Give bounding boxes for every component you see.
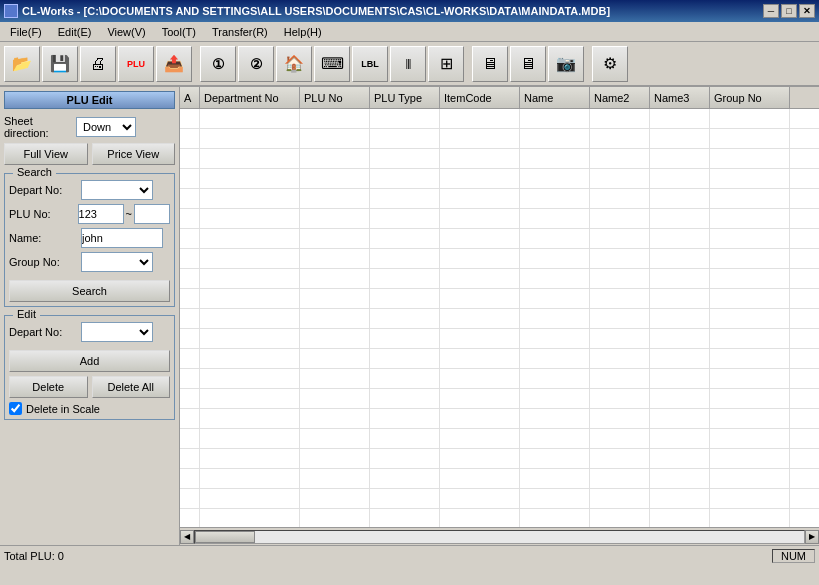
menu-edit[interactable]: Edit(E) [50,24,100,40]
cell-dept [200,489,300,508]
scroll-left-arrow[interactable]: ◀ [180,530,194,544]
table-row [180,489,819,509]
cell-name2 [590,409,650,428]
grid-button[interactable]: ⊞ [428,46,464,82]
gear-button[interactable]: ⚙ [592,46,628,82]
label-button[interactable]: LBL [352,46,388,82]
cell-a [180,389,200,408]
table-row [180,509,819,527]
close-button[interactable]: ✕ [799,4,815,18]
cell-dept [200,409,300,428]
cell-a [180,249,200,268]
house-button[interactable]: 🏠 [276,46,312,82]
cell-item [440,389,520,408]
grid-header: A Department No PLU No PLU Type ItemCode… [180,87,819,109]
cell-plu [300,189,370,208]
title-bar-controls[interactable]: ─ □ ✕ [763,4,815,18]
menu-transfer[interactable]: Transfer(R) [204,24,276,40]
cell-item [440,129,520,148]
sheet-direction-select[interactable]: Down Right [76,117,136,137]
price-view-button[interactable]: Price View [92,143,176,165]
add-button[interactable]: Add [9,350,170,372]
cell-name3 [650,389,710,408]
cell-plu [300,229,370,248]
cell-dept [200,269,300,288]
group-no-select[interactable] [81,252,153,272]
full-view-button[interactable]: Full View [4,143,88,165]
h-scroll-track[interactable] [194,530,805,544]
cell-plutype [370,269,440,288]
scroll-right-arrow[interactable]: ▶ [805,530,819,544]
menu-tool[interactable]: Tool(T) [154,24,204,40]
cell-name3 [650,269,710,288]
plu-button[interactable]: PLU [118,46,154,82]
cell-group [710,229,790,248]
search-button[interactable]: Search [9,280,170,302]
cell-a [180,229,200,248]
menu-file[interactable]: File(F) [2,24,50,40]
delete-in-scale-checkbox[interactable] [9,402,22,415]
plu-no-to-input[interactable] [134,204,170,224]
barcode-button[interactable]: ||| [390,46,426,82]
delete-button[interactable]: Delete [9,376,88,398]
scroll-bar-row: ◀ ▶ [180,527,819,545]
delete-in-scale-row: Delete in Scale [9,402,170,415]
two-button[interactable]: ② [238,46,274,82]
toolbar-sep-1 [194,46,198,82]
print-button[interactable]: 🖨 [80,46,116,82]
cell-group [710,169,790,188]
cell-name3 [650,149,710,168]
cell-dept [200,429,300,448]
edit-section-label: Edit [13,308,40,320]
name-input[interactable] [81,228,163,248]
delete-all-button[interactable]: Delete All [92,376,171,398]
cell-name [520,189,590,208]
cell-group [710,449,790,468]
cell-name2 [590,449,650,468]
delete-row: Delete Delete All [9,376,170,398]
calc-button[interactable]: ⌨ [314,46,350,82]
monitor2-button[interactable]: 🖥 [510,46,546,82]
cell-a [180,189,200,208]
monitor1-button[interactable]: 🖥 [472,46,508,82]
cell-dept [200,249,300,268]
cell-name3 [650,109,710,128]
cell-name [520,129,590,148]
table-row [180,469,819,489]
h-scroll-thumb[interactable] [195,531,255,543]
cell-group [710,129,790,148]
cell-a [180,469,200,488]
menu-view[interactable]: View(V) [99,24,153,40]
save-button[interactable]: 💾 [42,46,78,82]
cell-name2 [590,149,650,168]
plu-no-from-input[interactable] [78,204,124,224]
toolbar-sep-2 [466,46,470,82]
edit-depart-no-row: Depart No: [9,322,170,342]
one-button[interactable]: ① [200,46,236,82]
menu-help[interactable]: Help(H) [276,24,330,40]
table-row [180,269,819,289]
cell-group [710,189,790,208]
depart-no-select[interactable] [81,180,153,200]
group-no-label: Group No: [9,256,81,268]
table-row [180,109,819,129]
cell-plutype [370,369,440,388]
minimize-button[interactable]: ─ [763,4,779,18]
col-header-name2: Name2 [590,87,650,108]
cell-plutype [370,469,440,488]
edit-depart-no-select[interactable] [81,322,153,342]
cell-plutype [370,129,440,148]
maximize-button[interactable]: □ [781,4,797,18]
cell-a [180,169,200,188]
cell-item [440,109,520,128]
cell-dept [200,309,300,328]
transfer-button[interactable]: 📤 [156,46,192,82]
group-no-row: Group No: [9,252,170,272]
open-button[interactable]: 📂 [4,46,40,82]
cell-dept [200,129,300,148]
cell-a [180,309,200,328]
cell-name [520,469,590,488]
cell-dept [200,209,300,228]
total-plu-status: Total PLU: 0 [4,550,64,562]
camera-button[interactable]: 📷 [548,46,584,82]
